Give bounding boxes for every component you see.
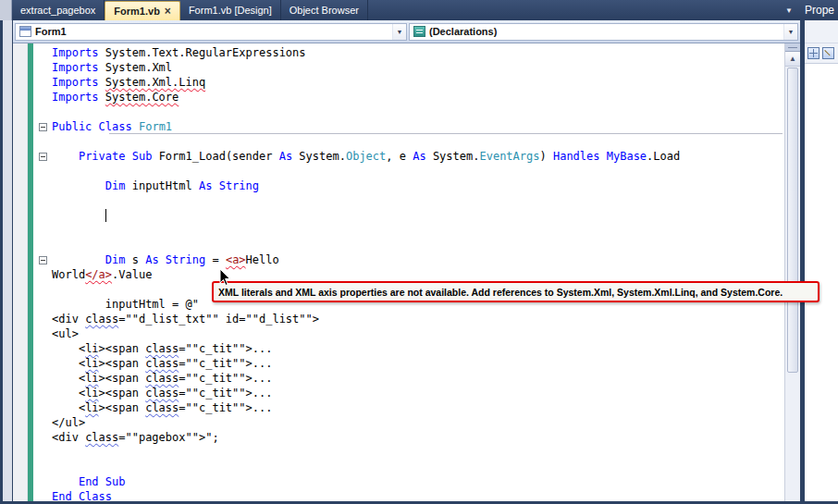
code-text: Private Sub Form1_Load(sender As System.… (52, 149, 784, 164)
fold-margin (33, 445, 52, 460)
code-text (52, 193, 784, 208)
code-editor: Imports System.Text.RegularExpressionsIm… (13, 43, 800, 501)
code-line[interactable]: End Class (33, 489, 784, 501)
fold-margin (33, 267, 52, 282)
code-line[interactable] (33, 193, 784, 208)
code-line[interactable]: World</a>.Value (33, 267, 784, 282)
code-line[interactable]: <ul> (33, 326, 784, 341)
dropdown-arrow-icon[interactable]: ▼ (783, 24, 797, 40)
code-line[interactable]: <li><span class=""c_tit"">... (33, 371, 784, 386)
properties-panel-header-area (805, 20, 838, 43)
tab-label: extract_pagebox (20, 5, 95, 16)
scrollbar-thumb[interactable] (787, 68, 798, 373)
fold-margin (33, 386, 52, 400)
code-line[interactable] (33, 460, 784, 474)
code-line[interactable]: Imports System.Text.RegularExpressions (33, 45, 784, 60)
fold-margin (33, 326, 52, 341)
member-dropdown[interactable]: (Declarations) ▼ (409, 23, 798, 41)
document-tab[interactable]: Object Browser (281, 0, 368, 20)
fold-margin (33, 90, 52, 104)
fold-margin (33, 415, 52, 430)
code-line[interactable] (33, 104, 784, 119)
code-text (52, 134, 784, 149)
fold-margin (33, 238, 52, 252)
code-text: <ul> (52, 326, 784, 341)
fold-margin (33, 356, 52, 371)
code-text (52, 164, 784, 178)
code-line[interactable]: End Sub (33, 474, 784, 489)
fold-margin (33, 460, 52, 474)
categorized-icon[interactable] (807, 47, 820, 59)
fold-margin (33, 474, 52, 489)
editor-navigation-bar: Form1 ▼ (Declarations) ▼ (13, 20, 800, 43)
text-caret (105, 209, 106, 222)
dropdown-arrow-icon[interactable]: ▼ (392, 24, 406, 40)
document-tab[interactable]: extract_pagebox (12, 0, 105, 20)
tab-label: Object Browser (290, 5, 359, 16)
fold-collapse-icon[interactable] (33, 149, 52, 164)
document-tab[interactable]: Form1.vb× (105, 1, 180, 20)
code-line[interactable] (33, 445, 784, 460)
code-line[interactable]: <li><span class=""c_tit"">... (33, 400, 784, 415)
code-line[interactable]: Imports System.Core (33, 90, 784, 104)
close-icon[interactable]: × (165, 6, 171, 16)
code-line[interactable] (33, 208, 784, 223)
fold-margin (33, 223, 52, 238)
document-tab[interactable]: Form1.vb [Design] (180, 0, 281, 20)
form-class-icon (19, 26, 31, 37)
left-margin-strip (3, 20, 13, 501)
code-line[interactable]: <li><span class=""c_tit"">... (33, 356, 784, 371)
object-dropdown[interactable]: Form1 ▼ (15, 23, 407, 41)
fold-margin (33, 45, 52, 60)
code-text: <li><span class=""c_tit"">... (52, 356, 784, 371)
fold-collapse-icon[interactable] (33, 252, 52, 267)
fold-margin (33, 400, 52, 415)
code-text (52, 208, 784, 223)
vertical-scrollbar[interactable]: ▲ (784, 43, 800, 501)
fold-collapse-icon[interactable] (33, 119, 52, 134)
properties-panel (805, 20, 838, 501)
code-line[interactable]: Private Sub Form1_Load(sender As System.… (33, 149, 784, 164)
code-line[interactable]: </ul> (33, 415, 784, 430)
fold-margin (33, 164, 52, 178)
fold-margin (33, 104, 52, 119)
declarations-icon (413, 26, 425, 37)
tab-overflow-chevron-icon[interactable]: ▼ (779, 0, 799, 20)
vs2010-window: { "colors": { "keyword": "#0000FF", "typ… (0, 0, 838, 504)
scroll-up-icon[interactable]: ▲ (785, 52, 800, 67)
code-text: </ul> (52, 415, 784, 430)
code-line[interactable]: <li><span class=""c_tit"">... (33, 386, 784, 400)
code-area[interactable]: Imports System.Text.RegularExpressionsIm… (33, 43, 784, 501)
fold-margin (33, 341, 52, 356)
fold-margin (33, 193, 52, 208)
code-text (52, 223, 784, 238)
code-line[interactable]: Public Class Form1 (33, 119, 784, 134)
tab-label: Form1.vb [Design] (189, 5, 272, 16)
fold-margin (33, 430, 52, 445)
code-line[interactable]: <div class=""d_list_txt"" id=""d_list""> (33, 312, 784, 326)
code-line[interactable]: Dim inputHtml As String (33, 178, 784, 193)
property-pages-icon[interactable] (822, 47, 834, 59)
code-text: Dim s As String = <a>Hello (52, 252, 784, 267)
breakpoint-gutter[interactable] (13, 43, 28, 501)
code-line[interactable] (33, 238, 784, 252)
code-line[interactable]: Imports System.Xml (33, 60, 784, 75)
fold-margin (33, 489, 52, 501)
editor-group: Form1 ▼ (Declarations) ▼ Imports System.… (13, 20, 800, 501)
code-line[interactable] (33, 164, 784, 178)
fold-margin (33, 371, 52, 386)
code-line[interactable]: Imports System.Xml.Linq (33, 75, 784, 90)
code-text: End Sub (52, 474, 784, 489)
code-text: <li><span class=""c_tit"">... (52, 400, 784, 415)
split-handle[interactable] (785, 43, 800, 52)
document-tabs: extract_pageboxForm1.vb×Form1.vb [Design… (12, 0, 368, 20)
fold-margin (33, 312, 52, 326)
properties-toolbar (805, 43, 838, 63)
code-line[interactable]: <li><span class=""c_tit"">... (33, 341, 784, 356)
code-line[interactable] (33, 134, 784, 149)
code-line[interactable]: <div class=""pagebox"">"; (33, 430, 784, 445)
fold-margin (33, 282, 52, 297)
code-text: <li><span class=""c_tit"">... (52, 341, 784, 356)
code-line[interactable]: Dim s As String = <a>Hello (33, 252, 784, 267)
code-line[interactable] (33, 223, 784, 238)
